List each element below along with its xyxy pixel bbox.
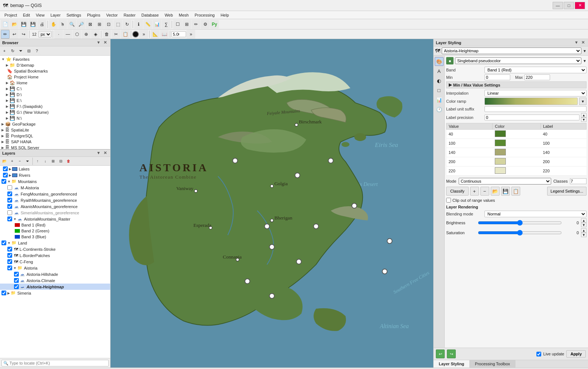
- python-btn[interactable]: Py: [210, 20, 219, 29]
- layer-item-land[interactable]: ▼ 📁 Land: [0, 240, 110, 246]
- layer-arrow-lakes[interactable]: ▶: [9, 167, 11, 171]
- browser-collapse-all-btn[interactable]: ⊟: [25, 47, 32, 55]
- layer-item-mountains[interactable]: ▼ 📁 Mountains: [0, 178, 110, 184]
- saturation-slider[interactable]: [478, 230, 562, 236]
- styling-close-btn[interactable]: ✕: [580, 40, 586, 45]
- browser-postgresql[interactable]: ▶ 🗄 PostgreSQL: [1, 133, 109, 139]
- draw-point-btn[interactable]: ·: [54, 30, 63, 39]
- classes-input[interactable]: [570, 178, 587, 184]
- layer-item-aistoria-raster[interactable]: ▼ 🗻 AistoriaMountains_Raster: [0, 216, 110, 222]
- node-btn[interactable]: ◈: [91, 30, 100, 39]
- browser-mssql[interactable]: ▶ 🗄 MS SQL Server: [1, 145, 109, 149]
- tab-processing-toolbox[interactable]: Processing Toolbox: [470, 360, 515, 368]
- paste-btn[interactable]: 📋: [121, 30, 130, 39]
- attr-table-btn[interactable]: ⊞: [182, 20, 191, 29]
- browser-c-drive[interactable]: ▶ 💾 C:\: [1, 86, 109, 92]
- layer-visible-m-aistoria[interactable]: [7, 185, 12, 190]
- menu-database[interactable]: Database: [139, 12, 162, 18]
- stat-btn[interactable]: 📊: [153, 20, 161, 29]
- layer-item-lakes[interactable]: ▶ Lakes: [0, 166, 110, 172]
- layer-visible-continents[interactable]: [7, 247, 12, 252]
- layers-remove2-btn[interactable]: 🗑: [65, 158, 72, 165]
- atlas-btn[interactable]: 📖: [160, 30, 169, 39]
- layer-item-aistoria-group[interactable]: ▼ 📁 Aistoria: [0, 265, 110, 271]
- layer-visible-cfeng[interactable]: [7, 259, 12, 264]
- layer-item-cfeng[interactable]: 🗺 C-Feng: [0, 259, 110, 265]
- layers-open-btn[interactable]: 📂: [1, 158, 8, 165]
- blending-select[interactable]: Normal: [484, 211, 587, 217]
- save-btn[interactable]: 💾: [19, 20, 28, 29]
- save-to-file-btn[interactable]: 💾: [501, 187, 510, 196]
- browser-help-btn[interactable]: ?: [33, 47, 41, 55]
- layers-close-btn[interactable]: ✕: [102, 151, 108, 155]
- redo-style-btn[interactable]: ↪: [447, 349, 456, 358]
- layer-item-hillshade[interactable]: 🗻 Aistoria-Hillshade: [0, 271, 110, 277]
- deselect-btn[interactable]: ☐: [173, 20, 182, 29]
- map-canvas[interactable]: Eiris Sea The Weiss Desert Vaenaic Ocean…: [111, 39, 433, 368]
- browser-geopackage[interactable]: ▶ 📦 GeoPackage: [1, 121, 109, 127]
- browser-add-btn[interactable]: +: [1, 47, 8, 55]
- draw-line-btn[interactable]: —: [63, 30, 72, 39]
- settings2-btn[interactable]: ⚙: [201, 20, 210, 29]
- layer-item-simeria-mtn[interactable]: 🗻 SimeriaMountains_georeference: [0, 210, 110, 216]
- browser-close-btn[interactable]: ✕: [102, 40, 108, 45]
- layer-visible-ryaith[interactable]: [7, 198, 12, 203]
- layer-item-ryaith[interactable]: 🗻 RyaithMountains_georeference: [0, 197, 110, 203]
- layer-arrow-mountains[interactable]: ▼: [7, 180, 11, 183]
- maximize-button[interactable]: □: [564, 2, 574, 9]
- minimize-button[interactable]: —: [553, 2, 563, 9]
- mask-btn[interactable]: ◐: [435, 76, 444, 85]
- tab-layer-styling[interactable]: Layer Styling: [434, 360, 470, 368]
- menu-processing[interactable]: Processing: [192, 12, 217, 18]
- layers-filter-btn[interactable]: ⏷: [24, 158, 31, 165]
- menu-view[interactable]: View: [33, 12, 48, 18]
- load-from-file-btn[interactable]: 📂: [491, 187, 500, 196]
- zoom-unit-select[interactable]: px: [38, 31, 52, 38]
- max-input[interactable]: [524, 74, 550, 80]
- clip-checkbox[interactable]: [446, 198, 451, 203]
- color-ramp-widget[interactable]: [484, 98, 578, 105]
- browser-home[interactable]: ▶ 🏠 Home: [1, 80, 109, 86]
- precision-up-btn[interactable]: ▲: [581, 113, 587, 117]
- color-swatch-100[interactable]: [495, 140, 506, 146]
- layer-item-climate[interactable]: 🗻 Aistoria-Climate: [0, 277, 110, 284]
- browser-g-drive[interactable]: ▶ 💾 G:\ (New Volume): [1, 109, 109, 115]
- layer-arrow-simeria[interactable]: ▶: [7, 291, 10, 295]
- browser-refresh-btn[interactable]: ↻: [9, 47, 16, 55]
- saturation-up-btn[interactable]: ▲: [581, 228, 587, 233]
- layer-arrow-rivers[interactable]: ▶: [9, 173, 11, 177]
- undo-style-btn[interactable]: ↩: [436, 349, 445, 358]
- color-swatch-140[interactable]: [495, 149, 506, 155]
- layer-arrow-aistoria-raster[interactable]: ▼: [13, 217, 17, 221]
- layer-item-rivers[interactable]: ▶ Rivers: [0, 172, 110, 178]
- min-input[interactable]: [484, 74, 510, 80]
- minmax-section[interactable]: ▶ Min / Max Value Settings: [446, 81, 587, 88]
- menu-plugins[interactable]: Plugins: [84, 12, 103, 18]
- color-ramp-menu-btn[interactable]: ▼: [579, 98, 587, 105]
- browser-spatial-bookmarks[interactable]: 🔖 Spatial Bookmarks: [1, 68, 109, 74]
- digitize-btn[interactable]: ✏: [192, 20, 200, 29]
- browser-e-drive[interactable]: ▶ 💾 E:\: [1, 98, 109, 103]
- 3d-btn[interactable]: □: [435, 86, 444, 95]
- layer-item-m-aistoria[interactable]: 🗻 M-Aistoria: [0, 184, 110, 191]
- more-btn2[interactable]: »: [186, 30, 195, 39]
- styling-collapse-btn[interactable]: ▼: [573, 40, 580, 45]
- color-swatch-40[interactable]: [495, 130, 506, 137]
- menu-help[interactable]: Help: [218, 12, 232, 18]
- menu-settings[interactable]: Settings: [63, 12, 84, 18]
- diagram-btn[interactable]: 📊: [435, 95, 444, 104]
- save-as-btn[interactable]: 💾: [28, 20, 37, 29]
- pan-btn[interactable]: ✋: [49, 20, 58, 29]
- zoom-out-btn[interactable]: 🔎: [77, 20, 85, 29]
- layer-visible-akanis[interactable]: [7, 204, 12, 209]
- layer-visible-rivers[interactable]: [3, 173, 8, 178]
- delete-btn[interactable]: 🗑: [102, 30, 111, 39]
- layers-expand-btn[interactable]: ⊟: [57, 158, 64, 165]
- color-swatch-200[interactable]: [495, 158, 506, 165]
- browser-filter-btn[interactable]: ⏷: [17, 47, 24, 55]
- precision-down-btn[interactable]: ▼: [581, 117, 587, 122]
- remove-class-btn[interactable]: −: [480, 187, 489, 196]
- layer-item-band2[interactable]: Band 2 (Green): [0, 228, 110, 234]
- draw-polygon-btn[interactable]: ⬡: [73, 30, 81, 39]
- active-layer-select[interactable]: Aistoria-Heightmap: [442, 48, 581, 54]
